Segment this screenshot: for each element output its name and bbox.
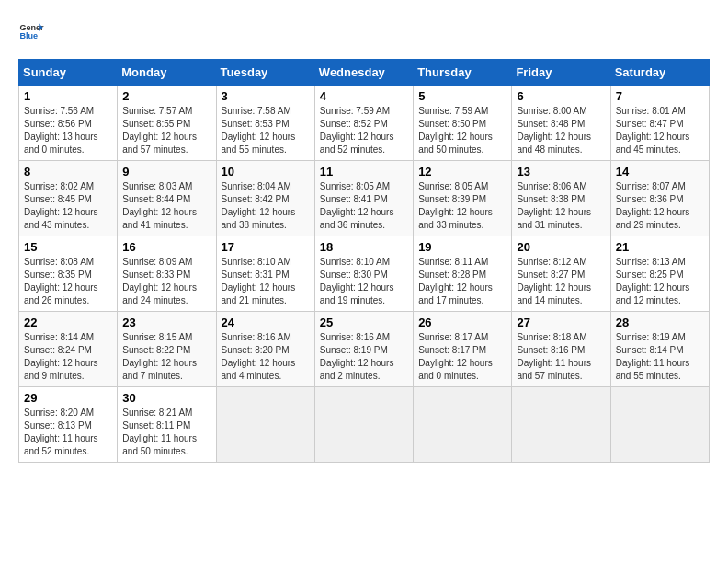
calendar-cell: 28Sunrise: 8:19 AM Sunset: 8:14 PM Dayli…	[610, 312, 709, 387]
day-info: Sunrise: 8:12 AM Sunset: 8:27 PM Dayligh…	[517, 256, 605, 307]
day-number: 12	[418, 165, 506, 178]
day-info: Sunrise: 7:56 AM Sunset: 8:56 PM Dayligh…	[24, 105, 112, 156]
calendar-cell: 20Sunrise: 8:12 AM Sunset: 8:27 PM Dayli…	[512, 236, 610, 312]
day-info: Sunrise: 8:14 AM Sunset: 8:24 PM Dayligh…	[24, 331, 112, 383]
day-number: 3	[222, 89, 310, 103]
day-number: 27	[517, 316, 605, 329]
calendar-cell: 5Sunrise: 7:59 AM Sunset: 8:50 PM Daylig…	[414, 86, 512, 161]
calendar-cell: 24Sunrise: 8:16 AM Sunset: 8:20 PM Dayli…	[216, 312, 314, 387]
calendar-cell	[216, 387, 314, 463]
logo-icon: General Blue	[18, 18, 44, 44]
day-info: Sunrise: 8:04 AM Sunset: 8:42 PM Dayligh…	[222, 180, 310, 232]
calendar-cell: 27Sunrise: 8:18 AM Sunset: 8:16 PM Dayli…	[512, 312, 610, 387]
day-number: 13	[517, 165, 605, 178]
calendar-cell	[512, 387, 610, 463]
day-info: Sunrise: 8:09 AM Sunset: 8:33 PM Dayligh…	[122, 256, 210, 307]
day-info: Sunrise: 8:19 AM Sunset: 8:14 PM Dayligh…	[616, 331, 704, 383]
calendar-cell: 17Sunrise: 8:10 AM Sunset: 8:31 PM Dayli…	[216, 236, 314, 312]
calendar-cell: 12Sunrise: 8:05 AM Sunset: 8:39 PM Dayli…	[414, 161, 512, 236]
calendar-cell: 23Sunrise: 8:15 AM Sunset: 8:22 PM Dayli…	[118, 312, 216, 387]
header: General Blue	[18, 18, 710, 44]
day-number: 21	[616, 240, 704, 254]
day-number: 9	[122, 165, 210, 178]
calendar-cell: 26Sunrise: 8:17 AM Sunset: 8:17 PM Dayli…	[414, 312, 512, 387]
calendar-cell: 6Sunrise: 8:00 AM Sunset: 8:48 PM Daylig…	[512, 86, 610, 161]
day-number: 14	[616, 165, 704, 178]
calendar-week-3: 15Sunrise: 8:08 AM Sunset: 8:35 PM Dayli…	[19, 236, 710, 312]
day-number: 17	[222, 240, 310, 254]
day-info: Sunrise: 8:07 AM Sunset: 8:36 PM Dayligh…	[616, 180, 704, 232]
day-number: 19	[418, 240, 506, 254]
calendar-cell	[610, 387, 709, 463]
day-info: Sunrise: 8:21 AM Sunset: 8:11 PM Dayligh…	[122, 407, 210, 458]
day-number: 20	[517, 240, 605, 254]
calendar-cell: 7Sunrise: 8:01 AM Sunset: 8:47 PM Daylig…	[610, 86, 709, 161]
calendar-cell: 14Sunrise: 8:07 AM Sunset: 8:36 PM Dayli…	[610, 161, 709, 236]
day-info: Sunrise: 8:00 AM Sunset: 8:48 PM Dayligh…	[517, 105, 605, 156]
day-number: 11	[320, 165, 408, 178]
calendar-cell: 29Sunrise: 8:20 AM Sunset: 8:13 PM Dayli…	[19, 387, 118, 463]
day-info: Sunrise: 8:20 AM Sunset: 8:13 PM Dayligh…	[24, 407, 112, 458]
calendar-cell: 18Sunrise: 8:10 AM Sunset: 8:30 PM Dayli…	[314, 236, 413, 312]
day-info: Sunrise: 8:11 AM Sunset: 8:28 PM Dayligh…	[418, 256, 506, 307]
day-info: Sunrise: 8:16 AM Sunset: 8:20 PM Dayligh…	[222, 331, 310, 383]
day-info: Sunrise: 8:17 AM Sunset: 8:17 PM Dayligh…	[418, 331, 506, 383]
calendar-week-5: 29Sunrise: 8:20 AM Sunset: 8:13 PM Dayli…	[19, 387, 710, 463]
calendar-cell: 11Sunrise: 8:05 AM Sunset: 8:41 PM Dayli…	[314, 161, 413, 236]
day-info: Sunrise: 8:15 AM Sunset: 8:22 PM Dayligh…	[122, 331, 210, 383]
day-info: Sunrise: 7:59 AM Sunset: 8:52 PM Dayligh…	[320, 105, 408, 156]
day-info: Sunrise: 8:13 AM Sunset: 8:25 PM Dayligh…	[616, 256, 704, 307]
day-number: 7	[616, 89, 704, 103]
svg-text:Blue: Blue	[19, 31, 38, 40]
day-info: Sunrise: 7:59 AM Sunset: 8:50 PM Dayligh…	[418, 105, 506, 156]
calendar-cell: 10Sunrise: 8:04 AM Sunset: 8:42 PM Dayli…	[216, 161, 314, 236]
calendar-cell: 22Sunrise: 8:14 AM Sunset: 8:24 PM Dayli…	[19, 312, 118, 387]
day-info: Sunrise: 8:02 AM Sunset: 8:45 PM Dayligh…	[24, 180, 112, 232]
weekday-header-row: SundayMondayTuesdayWednesdayThursdayFrid…	[19, 60, 710, 86]
day-info: Sunrise: 7:57 AM Sunset: 8:55 PM Dayligh…	[122, 105, 210, 156]
weekday-header-sunday: Sunday	[19, 60, 118, 86]
day-number: 23	[122, 316, 210, 329]
day-info: Sunrise: 8:16 AM Sunset: 8:19 PM Dayligh…	[320, 331, 408, 383]
calendar-cell	[414, 387, 512, 463]
calendar-cell: 2Sunrise: 7:57 AM Sunset: 8:55 PM Daylig…	[118, 86, 216, 161]
calendar-week-2: 8Sunrise: 8:02 AM Sunset: 8:45 PM Daylig…	[19, 161, 710, 236]
day-number: 30	[122, 391, 210, 405]
day-number: 26	[418, 316, 506, 329]
day-number: 18	[320, 240, 408, 254]
calendar-week-4: 22Sunrise: 8:14 AM Sunset: 8:24 PM Dayli…	[19, 312, 710, 387]
day-number: 6	[517, 89, 605, 103]
day-number: 8	[24, 165, 112, 178]
calendar-table: SundayMondayTuesdayWednesdayThursdayFrid…	[18, 59, 710, 463]
calendar-cell: 1Sunrise: 7:56 AM Sunset: 8:56 PM Daylig…	[19, 86, 118, 161]
day-info: Sunrise: 7:58 AM Sunset: 8:53 PM Dayligh…	[222, 105, 310, 156]
calendar-cell: 3Sunrise: 7:58 AM Sunset: 8:53 PM Daylig…	[216, 86, 314, 161]
calendar-cell: 8Sunrise: 8:02 AM Sunset: 8:45 PM Daylig…	[19, 161, 118, 236]
calendar-week-1: 1Sunrise: 7:56 AM Sunset: 8:56 PM Daylig…	[19, 86, 710, 161]
day-number: 4	[320, 89, 408, 103]
calendar-cell: 21Sunrise: 8:13 AM Sunset: 8:25 PM Dayli…	[610, 236, 709, 312]
weekday-header-thursday: Thursday	[414, 60, 512, 86]
calendar-cell: 19Sunrise: 8:11 AM Sunset: 8:28 PM Dayli…	[414, 236, 512, 312]
calendar-cell: 16Sunrise: 8:09 AM Sunset: 8:33 PM Dayli…	[118, 236, 216, 312]
day-info: Sunrise: 8:06 AM Sunset: 8:38 PM Dayligh…	[517, 180, 605, 232]
calendar-cell: 9Sunrise: 8:03 AM Sunset: 8:44 PM Daylig…	[118, 161, 216, 236]
day-info: Sunrise: 8:18 AM Sunset: 8:16 PM Dayligh…	[517, 331, 605, 383]
weekday-header-tuesday: Tuesday	[216, 60, 314, 86]
day-number: 1	[24, 89, 112, 103]
day-info: Sunrise: 8:10 AM Sunset: 8:31 PM Dayligh…	[222, 256, 310, 307]
day-info: Sunrise: 8:05 AM Sunset: 8:39 PM Dayligh…	[418, 180, 506, 232]
day-number: 22	[24, 316, 112, 329]
weekday-header-wednesday: Wednesday	[314, 60, 413, 86]
weekday-header-friday: Friday	[512, 60, 610, 86]
calendar-cell	[314, 387, 413, 463]
calendar-cell: 13Sunrise: 8:06 AM Sunset: 8:38 PM Dayli…	[512, 161, 610, 236]
day-number: 28	[616, 316, 704, 329]
day-number: 2	[122, 89, 210, 103]
day-number: 24	[222, 316, 310, 329]
day-number: 5	[418, 89, 506, 103]
weekday-header-monday: Monday	[118, 60, 216, 86]
day-number: 25	[320, 316, 408, 329]
day-info: Sunrise: 8:01 AM Sunset: 8:47 PM Dayligh…	[616, 105, 704, 156]
calendar-cell: 4Sunrise: 7:59 AM Sunset: 8:52 PM Daylig…	[314, 86, 413, 161]
